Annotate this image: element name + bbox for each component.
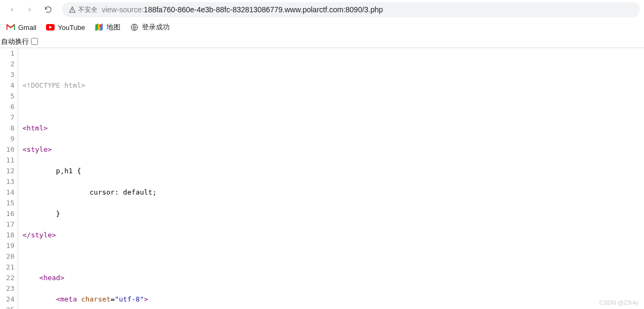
- forward-button[interactable]: [22, 2, 37, 17]
- bookmark-label: 地图: [107, 22, 120, 32]
- svg-point-1: [72, 11, 72, 12]
- bookmark-gmail[interactable]: Gmail: [6, 23, 36, 32]
- security-label: 不安全: [78, 5, 97, 14]
- watermark: CSDN @Z3r4y: [599, 299, 639, 306]
- bookmark-login[interactable]: 登录成功: [130, 22, 170, 32]
- bookmark-label: Gmail: [18, 24, 36, 32]
- bookmarks-bar: Gmail YouTube 地图 登录成功: [0, 19, 644, 35]
- maps-icon: [95, 23, 103, 32]
- bookmark-youtube[interactable]: YouTube: [46, 23, 85, 32]
- wrap-checkbox[interactable]: [31, 38, 38, 45]
- wrap-label: 自动换行: [1, 37, 29, 47]
- bookmark-label: 登录成功: [142, 22, 170, 32]
- not-secure-icon: 不安全: [69, 5, 97, 14]
- browser-toolbar: 不安全 view-source:188fa760-860e-4e3b-88fc-…: [0, 0, 644, 19]
- svg-point-3: [100, 25, 102, 27]
- bookmark-maps[interactable]: 地图: [95, 22, 120, 32]
- back-button[interactable]: [4, 2, 19, 17]
- code-area[interactable]: <!DOCTYPE html> <html> <style> p,h1 { cu…: [18, 48, 617, 309]
- youtube-icon: [46, 23, 55, 32]
- line-gutter: 1234567891011121314151617181920212223242…: [0, 48, 18, 309]
- source-view: 1234567891011121314151617181920212223242…: [0, 48, 644, 309]
- bookmark-label: YouTube: [58, 24, 85, 32]
- url-text: view-source:188fa760-860e-4e3b-88fc-8328…: [102, 5, 383, 14]
- address-bar[interactable]: 不安全 view-source:188fa760-860e-4e3b-88fc-…: [62, 2, 640, 17]
- reload-button[interactable]: [41, 2, 56, 17]
- gmail-icon: [6, 23, 15, 32]
- globe-icon: [130, 23, 139, 32]
- source-controls: 自动换行: [0, 35, 644, 48]
